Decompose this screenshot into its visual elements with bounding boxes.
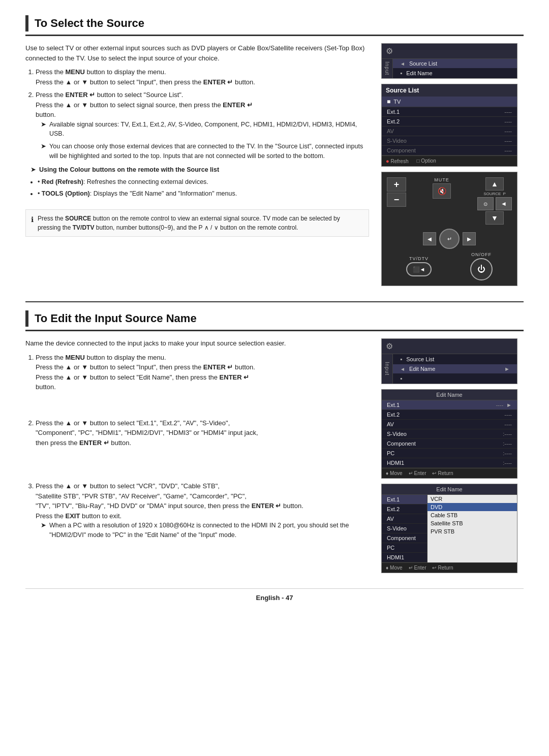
nav-left-icon: ◄ <box>426 235 433 243</box>
arrow-left-icon-2: ◄ <box>400 366 405 372</box>
enp-panel2-list: Ext.1 Ext.2 AV S-Video Component <box>382 495 428 562</box>
enp-row-component: Component :---- <box>382 439 517 449</box>
edit-name-panel-1: Edit Name Ext.1 ---- ► Ext.2 ---- AV ---… <box>381 389 517 479</box>
enp-enter: ↵ Enter <box>409 470 426 476</box>
enp-footer-2: ♦ Move ↵ Enter ↩ Return <box>382 562 517 573</box>
enp2-av: AV <box>387 516 422 522</box>
slp-title: Source List <box>386 87 419 94</box>
onoff-label: ON/OFF <box>471 252 492 257</box>
enp2-enter: ↵ Enter <box>409 565 426 571</box>
enp2-component: Component <box>387 535 422 541</box>
ch-up-button[interactable]: ▲ <box>485 177 504 191</box>
dropdown-vcr: VCR <box>428 495 517 503</box>
input-menu-panel: ⚙ Input ◄ Source List ▪ Edit Name <box>381 43 517 79</box>
section2-steps: Press the MENU button to display the men… <box>36 353 369 540</box>
section1-header: To Select the Source <box>25 15 524 36</box>
ip-topbar: ⚙ <box>382 44 517 59</box>
enp-pc-val: :---- <box>503 450 512 456</box>
ip-row-source-list: ◄ Source List <box>393 59 517 68</box>
dropdown-satellitestb: Satellite STB <box>428 519 517 527</box>
section2-images: ⚙ Input ▪ Source List ◄ Edit Name <box>381 338 524 573</box>
tvdtv-button[interactable]: ⬛◄ <box>406 262 432 276</box>
enp-row-pc: PC :---- <box>382 449 517 458</box>
source-button-note: ℹ Press the SOURCE button on the remote … <box>25 209 369 237</box>
nav-right-button[interactable]: ► <box>463 232 476 245</box>
enp-pc: PC <box>387 450 500 456</box>
ch-down-button[interactable]: ▼ <box>485 211 504 225</box>
step2-bold2: ENTER ↵ <box>223 101 253 109</box>
p-button[interactable]: ◄ <box>496 197 512 210</box>
mute-area: MUTE 🔇 <box>433 177 451 199</box>
source-button[interactable]: ⊙ <box>477 197 494 210</box>
edit-name-panel-2: Edit Name Ext.1 Ext.2 AV <box>381 484 517 573</box>
source-icon: ⊙ <box>483 201 487 207</box>
enp2-svideo: S-Video <box>387 525 422 531</box>
input-side-label-2: Input <box>384 362 390 375</box>
note1: Available signal sources: TV, Ext.1, Ext… <box>41 120 369 139</box>
enp-dropdown-area: VCR DVD Cable STB Satellite STB PVR STB <box>428 495 517 562</box>
enter-icon-2: ↵ <box>409 470 413 476</box>
enp-row-av: AV ---- <box>382 420 517 429</box>
tv-icon: ■ <box>387 98 390 105</box>
source-list-panel: Source List ■ TV Ext.1 ---- Ext.2 ---- A… <box>381 84 517 167</box>
tvdtv-area: TV/DTV ⬛◄ <box>406 256 432 276</box>
source-col: SOURCE <box>483 192 501 196</box>
monitor-icon-2: ▪ <box>400 356 402 363</box>
enp-row-ext1: Ext.1 ---- ► <box>382 400 517 410</box>
enp2-ext2: Ext.2 <box>387 506 422 512</box>
section2-text: Name the device connected to the input j… <box>25 338 369 573</box>
input-panel-edit: ⚙ Input ▪ Source List ◄ Edit Name <box>381 338 517 384</box>
red-dot-icon: ● <box>386 158 389 164</box>
vol-up-button[interactable]: + <box>387 177 406 192</box>
step1-bold2: ENTER ↵ <box>203 78 233 86</box>
slp-row-ext2: Ext.2 ---- <box>382 117 517 127</box>
slp-ext1-label: Ext.1 <box>387 109 501 115</box>
source-p-buttons: ⊙ ◄ <box>477 197 512 210</box>
section2-note: When a PC with a resolution of 1920 x 10… <box>41 521 369 540</box>
mute-label: MUTE <box>434 177 449 182</box>
ip-row-extra: ▪ <box>393 373 517 384</box>
colour-item-1: • Red (Refresh): Refreshes the connectin… <box>38 177 369 187</box>
gear-icon: ⚙ <box>386 46 393 56</box>
monitor-icon: ▪ <box>400 70 402 77</box>
section2-step1: Press the MENU button to display the men… <box>36 353 369 392</box>
nav-left-button[interactable]: ◄ <box>423 232 436 245</box>
enp2-row-ext2: Ext.2 <box>382 505 427 514</box>
section2-step2: Press the ▲ or ▼ button to select "Ext.1… <box>36 418 369 448</box>
step2-bold1: ENTER ↵ <box>66 91 96 99</box>
enp-ext1: Ext.1 <box>387 402 493 408</box>
enp-av: AV <box>387 421 501 427</box>
arrow-right-icon: ► <box>504 366 510 372</box>
power-button[interactable]: ⏻ <box>470 258 493 280</box>
ip-rows-edit: ▪ Source List ◄ Edit Name ► ▪ <box>393 354 517 384</box>
remote-panel: + − MUTE 🔇 ▲ <box>381 172 517 286</box>
slp-row-component: Component ---- <box>382 146 517 155</box>
enter-button[interactable]: ↵ <box>439 229 460 249</box>
source-label: SOURCE <box>483 192 501 196</box>
ip-side-input: Input ◄ Source List ▪ Edit Name <box>382 59 517 78</box>
remote-top: + − MUTE 🔇 ▲ <box>387 177 512 225</box>
section1-text: Use to select TV or other external input… <box>25 43 369 286</box>
enp2-move: ♦ Move <box>386 565 403 571</box>
slp-topbar: Source List <box>382 84 517 97</box>
ip-row-source-list-2: ▪ Source List <box>393 354 517 364</box>
slp-footer-option: □ Option <box>416 158 436 164</box>
section1: To Select the Source Use to select TV or… <box>25 15 524 286</box>
mute-button[interactable]: 🔇 <box>433 183 451 199</box>
slp-tv-label: TV <box>393 99 509 105</box>
gear-icon-2: ⚙ <box>386 341 393 351</box>
enp2-return: ↩ Return <box>432 565 453 571</box>
mute-icon: 🔇 <box>438 187 446 195</box>
vol-down-button[interactable]: − <box>387 193 406 207</box>
p-col: P <box>503 192 505 196</box>
source-list-label-2: Source List <box>406 356 510 362</box>
p-label: P <box>503 192 505 196</box>
colour-items: • Red (Refresh): Refreshes the connectin… <box>38 177 369 199</box>
enp-svideo: S-Video <box>387 431 500 437</box>
colour-item-2: • TOOLS (Option): Displays the "Edit Nam… <box>38 189 369 199</box>
enp2-hdmi1: HDMI1 <box>387 554 422 560</box>
section1-images: ⚙ Input ◄ Source List ▪ Edit Name <box>381 43 524 286</box>
enp-ext2: Ext.2 <box>387 412 501 418</box>
enp-ext2-val: ---- <box>504 412 512 418</box>
slp-ext1-value: ---- <box>504 109 512 115</box>
